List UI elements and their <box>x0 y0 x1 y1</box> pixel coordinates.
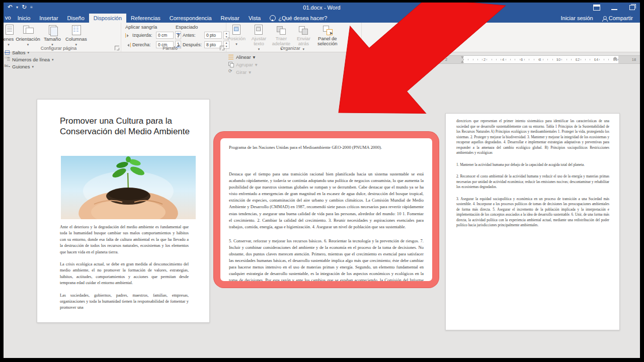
paragraph[interactable]: directrices que representan el primer in… <box>456 119 609 156</box>
page-3[interactable]: directrices que representan el primer in… <box>445 113 620 330</box>
paragraph[interactable]: Destaca que el tiempo para una transició… <box>229 171 424 230</box>
posicion-button[interactable]: Posición ▾ <box>226 23 247 47</box>
document-canvas[interactable]: 2 2 4 6 8 10 12 14 16 18 Promover una Cu… <box>4 52 640 358</box>
margenes-label: enes <box>4 37 14 42</box>
paragraph[interactable]: 1. Mantener la actividad humana por deba… <box>456 162 609 168</box>
panel-de-seleccion-button[interactable]: ➤ Panel de selección <box>316 23 339 46</box>
enviar-atras-label: Enviar atrás <box>293 36 313 46</box>
tab-archivo-partial[interactable]: vo <box>4 14 13 23</box>
person-icon <box>602 16 607 21</box>
video-letterbox-left <box>0 0 4 362</box>
rotate-icon <box>228 69 234 75</box>
antes-label: Antes: <box>183 33 203 38</box>
ruler-tick: 14 <box>594 57 598 62</box>
espaciado-title: Espaciado <box>176 24 229 30</box>
paragraph[interactable]: 3. Asegurar la equidad sociopolítica y e… <box>456 197 609 228</box>
document-heading[interactable]: Promover una Cultura para la Conservació… <box>60 116 192 137</box>
tab-referencias[interactable]: Referencias <box>126 14 165 23</box>
tamano-button[interactable]: Tamaño ▾ <box>42 23 62 47</box>
page2-body-text[interactable]: Programa de las Naciones Unidas para el … <box>220 138 432 281</box>
tab-disposicion[interactable]: Disposición <box>89 14 126 23</box>
numeros-linea-label: Números de línea <box>12 57 50 62</box>
dialog-launcher-icon[interactable] <box>115 46 119 50</box>
align-icon <box>228 54 234 60</box>
hands-plant-image[interactable] <box>61 156 196 219</box>
ruler-tick: 4 <box>502 57 504 62</box>
panel-seleccion-label: Panel de selección <box>316 36 339 46</box>
restore-icon[interactable] <box>629 5 635 10</box>
tab-revisar[interactable]: Revisar <box>216 14 244 23</box>
tab-vista[interactable]: Vista <box>244 14 265 23</box>
word-window: { "icons": {"undo":"↶","redo":"↻","custo… <box>0 0 644 362</box>
dialog-launcher-icon[interactable] <box>220 46 224 50</box>
paragraph[interactable]: 5. Conservar, reforzar y mejorar los rec… <box>229 238 424 281</box>
group-label: Párrafo <box>121 46 219 51</box>
document-title: 01.docx - Word <box>4 5 640 11</box>
paragraph[interactable]: Ante el deterioro y la degradación del m… <box>60 224 189 255</box>
page-1[interactable]: Promover una Cultura para la Conservació… <box>37 99 210 323</box>
ribbon: enes ▾ Orientación ▾ Tamaño ▾ <box>4 23 640 52</box>
group-label: Organizar <box>226 46 354 51</box>
sign-in-button[interactable]: Iniciar sesión <box>561 15 593 21</box>
group-label: Configurar página <box>4 46 114 51</box>
hyphenation-icon: bc <box>5 64 10 69</box>
chevron-down-icon: ▾ <box>27 51 29 55</box>
ruler-tick: 18 <box>632 57 636 62</box>
horizontal-ruler[interactable]: 2 2 4 6 8 10 12 14 16 18 <box>436 55 641 64</box>
group-parrafo: Aplicar sangría Izquierda: 0 cm ▲▼ Derec… <box>121 23 226 52</box>
share-button[interactable]: Compartir <box>598 14 637 23</box>
red-highlight-box: Programa de las Naciones Unidas para el … <box>214 132 439 288</box>
minimize-icon[interactable] <box>611 6 617 10</box>
indent-marker-left[interactable] <box>461 56 464 63</box>
margenes-button-partial[interactable]: enes ▾ <box>4 23 14 47</box>
indent-left-input[interactable]: 0 cm <box>156 32 174 39</box>
columnas-button[interactable]: Columnas ▾ <box>64 23 88 47</box>
title-bar: ↶▾ ↻ ≡ 01.docx - Word <box>4 3 640 14</box>
paragraph[interactable]: La crisis ecológica actual, se debe en g… <box>60 261 189 287</box>
columnas-label: Columnas <box>65 37 87 42</box>
chevron-down-icon: ▾ <box>52 58 54 62</box>
paragraph[interactable]: Programa de las Naciones Unidas para el … <box>229 145 424 150</box>
agrupar-button[interactable]: Agrupar ▾ <box>228 62 258 67</box>
lightbulb-icon <box>270 15 276 21</box>
girar-button[interactable]: Girar ▾ <box>228 69 258 75</box>
alinear-button[interactable]: Alinear ▾ <box>228 54 258 60</box>
aplicar-sangria-title: Aplicar sangría <box>125 24 181 30</box>
chevron-down-icon: ▾ <box>255 62 258 67</box>
spacing-before-input[interactable]: 0 pto <box>204 32 222 39</box>
tamano-label: Tamaño <box>44 37 61 42</box>
tab-diseno[interactable]: Diseño <box>63 14 89 23</box>
guiones-button[interactable]: bc Guiones ▾ <box>5 64 54 69</box>
orientacion-label: Orientación <box>16 37 40 42</box>
orientacion-button[interactable]: Orientación ▾ <box>16 23 40 47</box>
page3-body-text[interactable]: directrices que representan el primer in… <box>456 119 609 235</box>
paragraph[interactable]: 2. Reconocer el costo ambiental de la ac… <box>456 174 609 190</box>
ruler-tick: 6 <box>521 57 523 62</box>
numeros-de-linea-button[interactable]: Números de línea ▾ <box>5 57 54 62</box>
indent-left-icon <box>125 33 131 38</box>
line-numbers-icon <box>5 57 10 62</box>
traer-adelante-label: Traer adelante <box>271 36 291 46</box>
chevron-down-icon: ▾ <box>253 54 256 60</box>
tab-insertar[interactable]: Insertar <box>35 14 62 23</box>
video-letterbox-top <box>0 0 644 3</box>
page1-body-text[interactable]: Ante el deterioro y la degradación del m… <box>60 224 189 317</box>
izquierda-label: Izquierda: <box>132 33 154 38</box>
ruler-tick: 2 <box>445 57 447 62</box>
girar-label: Girar <box>236 69 247 75</box>
paragraph-text: 5. Conservar, reforzar y mejorar los rec… <box>229 238 424 281</box>
chevron-down-icon: ▾ <box>249 69 251 75</box>
tab-inicio[interactable]: Inicio <box>13 14 35 23</box>
ruler-tick: 12 <box>576 57 580 62</box>
chevron-down-icon: ▾ <box>32 65 34 69</box>
agrupar-label: Agrupar <box>236 62 253 67</box>
tell-me-box[interactable]: ¿Qué desea hacer? <box>265 14 332 23</box>
paragraph[interactable]: Las sociedades, gobiernos, padres, maest… <box>60 293 189 311</box>
alinear-label: Alinear <box>236 54 251 60</box>
group-organizar: Posición ▾ Ajustar texto ▾ Traer adelant… <box>226 23 362 52</box>
group-configurar-pagina: enes ▾ Orientación ▾ Tamaño ▾ <box>4 23 121 52</box>
ribbon-display-options-icon[interactable] <box>593 5 600 11</box>
spacing-before-icon <box>176 33 181 38</box>
tab-correspondencia[interactable]: Correspondencia <box>165 14 216 23</box>
video-letterbox-right <box>640 0 644 362</box>
